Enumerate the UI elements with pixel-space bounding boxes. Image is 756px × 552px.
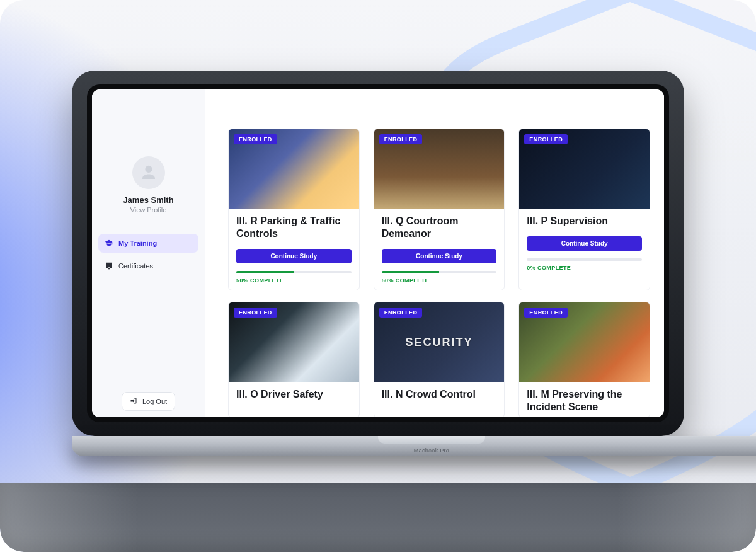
course-card[interactable]: ENROLLED III. R Parking & Traffic Contro… <box>228 129 360 290</box>
sidebar: James Smith View Profile My Training <box>92 89 205 417</box>
sidebar-item-label: My Training <box>118 239 157 247</box>
laptop-lid: James Smith View Profile My Training <box>72 71 684 436</box>
course-card[interactable]: ENROLLED III. M Preserving the Incident … <box>518 302 650 417</box>
sidebar-item-certificates[interactable]: Certificates <box>98 256 198 275</box>
app-shell: James Smith View Profile My Training <box>92 89 664 417</box>
course-card[interactable]: ENROLLED III. Q Courtroom Demeanor Conti… <box>374 129 505 290</box>
graduation-cap-icon <box>105 239 113 248</box>
enrolled-badge: ENROLLED <box>524 134 568 144</box>
course-title: III. P Supervision <box>519 209 650 231</box>
logout-icon <box>130 397 137 406</box>
product-mockup-stage: James Smith View Profile My Training <box>0 0 756 552</box>
course-thumbnail: ENROLLED <box>519 302 650 382</box>
floor-surface <box>0 483 756 552</box>
course-thumbnail: ENROLLED <box>374 129 505 209</box>
logout-button[interactable]: Log Out <box>122 392 175 411</box>
course-title: III. M Preserving the Incident Scene <box>519 382 650 417</box>
progress-text: 50% COMPLETE <box>382 277 497 284</box>
profile-block: James Smith View Profile <box>98 98 198 219</box>
avatar <box>132 156 165 189</box>
enrolled-badge: ENROLLED <box>234 308 277 318</box>
course-thumbnail: ENROLLED <box>229 129 359 209</box>
sidebar-item-label: Certificates <box>118 262 153 270</box>
device-label: Macbook Pro <box>414 447 449 454</box>
progress-text: 50% COMPLETE <box>236 277 352 284</box>
course-thumbnail: ENROLLED <box>519 129 650 209</box>
laptop-frame: James Smith View Profile My Training <box>72 71 684 456</box>
course-card[interactable]: ENROLLED III. O Driver Safety <box>228 302 360 417</box>
course-grid: ENROLLED III. R Parking & Traffic Contro… <box>228 129 650 417</box>
course-title: III. O Driver Safety <box>229 382 359 405</box>
laptop-deck: Macbook Pro <box>72 436 756 456</box>
laptop-notch <box>378 436 485 444</box>
course-title: III. Q Courtroom Demeanor <box>374 209 505 244</box>
course-card[interactable]: ENROLLED SECURITY III. N Crowd Control <box>374 302 505 417</box>
main-content: ENROLLED III. R Parking & Traffic Contro… <box>205 89 664 417</box>
continue-study-button[interactable]: Continue Study <box>236 249 352 263</box>
enrolled-badge: ENROLLED <box>234 134 277 144</box>
view-profile-link[interactable]: View Profile <box>130 206 167 214</box>
sidebar-item-my-training[interactable]: My Training <box>98 234 198 253</box>
enrolled-badge: ENROLLED <box>379 134 423 144</box>
continue-study-button[interactable]: Continue Study <box>527 236 642 251</box>
course-title: III. N Crowd Control <box>374 382 505 405</box>
sidebar-nav: My Training Certificates <box>98 234 198 275</box>
sidebar-spacer <box>98 280 198 387</box>
progress-bar <box>382 271 497 273</box>
progress-text: 0% COMPLETE <box>527 265 642 271</box>
progress-bar <box>236 271 352 273</box>
laptop-bezel: James Smith View Profile My Training <box>87 84 669 422</box>
progress-bar <box>527 258 642 261</box>
enrolled-badge: ENROLLED <box>524 308 568 318</box>
course-card[interactable]: ENROLLED III. P Supervision Continue Stu… <box>518 129 650 290</box>
thumbnail-label: SECURITY <box>405 336 472 349</box>
floor-highlight-right <box>617 483 756 552</box>
avatar-icon <box>139 163 158 182</box>
course-title: III. R Parking & Traffic Controls <box>229 209 359 244</box>
certificate-icon <box>105 262 113 270</box>
laptop-screen: James Smith View Profile My Training <box>92 89 664 417</box>
logout-label: Log Out <box>142 398 167 405</box>
floor-highlight-left <box>0 483 139 552</box>
continue-study-button[interactable]: Continue Study <box>382 249 497 263</box>
user-name: James Smith <box>123 195 173 205</box>
course-thumbnail: ENROLLED SECURITY <box>374 302 505 382</box>
course-thumbnail: ENROLLED <box>229 302 359 382</box>
enrolled-badge: ENROLLED <box>379 308 423 318</box>
